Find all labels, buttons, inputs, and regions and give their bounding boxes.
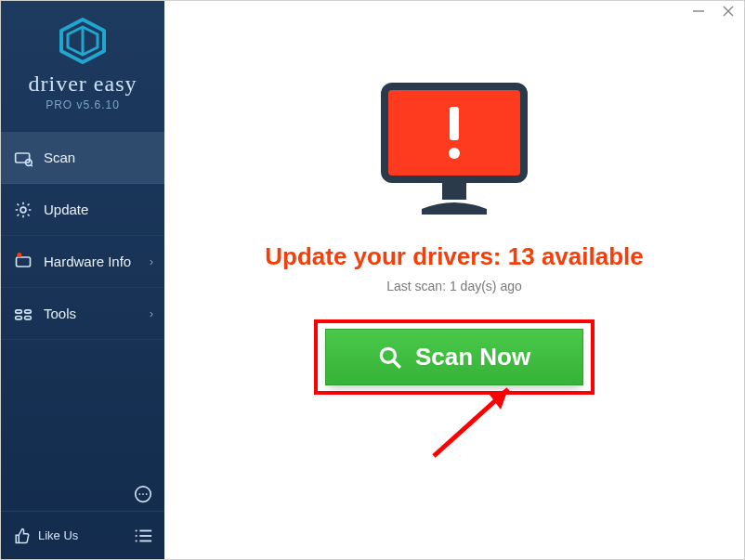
magnifier-icon — [378, 345, 402, 370]
sidebar-item-label: Scan — [44, 150, 75, 165]
svg-point-11 — [142, 493, 144, 495]
minimize-button[interactable] — [690, 5, 707, 21]
window-controls — [690, 5, 737, 21]
brand-version: PRO v5.6.10 — [1, 98, 164, 111]
close-button[interactable] — [720, 5, 737, 21]
svg-line-28 — [393, 360, 400, 368]
menu-list-icon[interactable] — [133, 526, 153, 546]
sidebar-nav: Scan Update Hardware I — [1, 132, 164, 340]
sidebar-item-update[interactable]: Update — [1, 184, 164, 236]
svg-rect-24 — [442, 183, 466, 200]
brand-block: driver easy PRO v5.6.10 — [1, 1, 164, 121]
svg-point-8 — [17, 253, 21, 257]
tools-icon — [14, 305, 33, 323]
sidebar-item-scan[interactable]: Scan — [1, 132, 164, 184]
like-us-label: Like Us — [38, 528, 78, 542]
sidebar-item-hardware-info[interactable]: Hardware Info › — [1, 236, 164, 288]
last-scan-text: Last scan: 1 day(s) ago — [386, 279, 522, 293]
main-panel: Update your drivers: 13 available Last s… — [164, 1, 744, 559]
sidebar-item-tools[interactable]: Tools › — [1, 288, 164, 340]
sidebar-item-label: Update — [44, 202, 88, 217]
svg-point-17 — [136, 540, 137, 541]
scan-now-label: Scan Now — [415, 343, 530, 371]
svg-line-29 — [434, 389, 508, 456]
sidebar-item-label: Tools — [44, 306, 76, 321]
alert-monitor-icon — [375, 79, 533, 222]
feedback-icon[interactable] — [133, 485, 153, 505]
svg-point-12 — [146, 493, 148, 495]
hardware-icon — [14, 253, 33, 271]
svg-rect-3 — [16, 153, 30, 163]
chevron-right-icon: › — [150, 307, 153, 320]
scan-now-button[interactable]: Scan Now — [325, 329, 583, 385]
scan-highlight-frame: Scan Now — [314, 319, 595, 395]
app-window: driver easy PRO v5.6.10 Scan — [0, 0, 745, 560]
svg-point-6 — [20, 207, 26, 213]
sidebar: driver easy PRO v5.6.10 Scan — [1, 1, 164, 559]
svg-rect-7 — [17, 257, 31, 267]
svg-point-26 — [449, 148, 460, 159]
svg-point-15 — [136, 534, 137, 536]
gear-icon — [14, 201, 33, 219]
svg-point-10 — [138, 493, 140, 495]
scan-icon — [14, 149, 33, 167]
sidebar-bottom: Like Us — [1, 511, 164, 559]
update-headline: Update your drivers: 13 available — [265, 242, 644, 271]
brand-logo-icon — [58, 51, 108, 67]
svg-point-27 — [381, 348, 395, 362]
svg-rect-25 — [450, 107, 459, 140]
svg-line-5 — [31, 164, 33, 166]
brand-name: driver easy — [1, 72, 164, 97]
chevron-right-icon: › — [150, 255, 153, 268]
sidebar-item-label: Hardware Info — [44, 254, 131, 269]
svg-point-13 — [136, 529, 137, 531]
thumbs-up-icon — [14, 527, 31, 544]
like-us-button[interactable]: Like Us — [14, 527, 78, 544]
